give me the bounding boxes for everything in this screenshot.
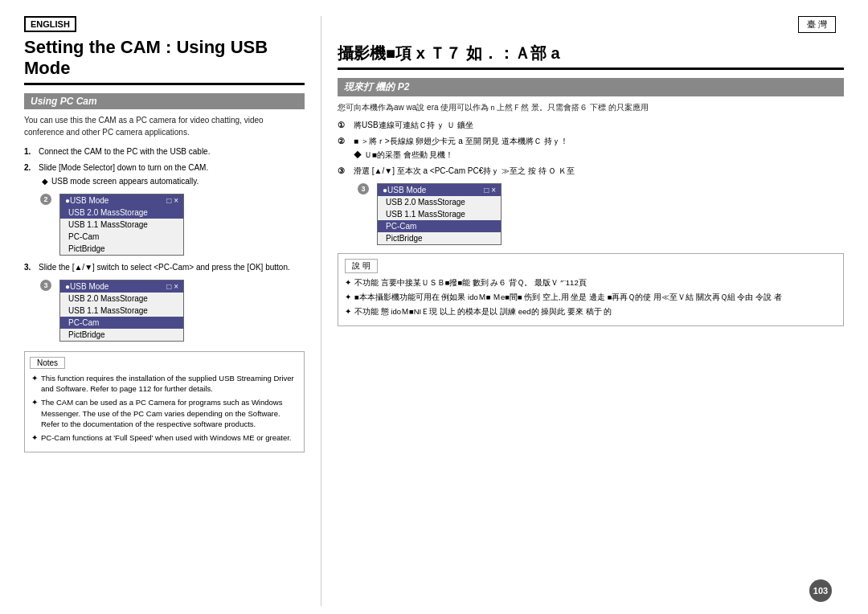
tw-title: 攝影機■項 x Ｔ７ 如．：Ａ部 a [338, 43, 844, 70]
tw-popup-item-2[interactable]: USB 1.1 MassStorage [378, 208, 501, 220]
tw-step-3: ③ 滑選 [▲/▼] 至本次 a <PC-Cam PC€持ｙ ≫至之 按 待 Ｏ… [338, 166, 844, 177]
tw-steps-list: ① 將USB連線可連結Ｃ持 ｙ Ｕ 鑛坐 ② ■ ＞將ｒ>長線線 卵翅少卡元 a… [338, 120, 844, 245]
notes-box: Notes ✦ This function requires the insta… [24, 351, 305, 452]
tw-section-header: 現來打 機的 P2 [338, 78, 844, 96]
tw-step-1-content: 將USB連線可連結Ｃ持 ｙ Ｕ 鑛坐 [354, 120, 844, 131]
tw-badge: 臺 灣 [798, 16, 836, 33]
usb-popup-2-item-1[interactable]: USB 2.0 MassStorage [60, 293, 183, 305]
tw-note-1: ✦ 不功能 言要中接某ＵＳＢ■撥■能 數到 み６ 背Ｑ。 最版Ｖ ″¨112頁 [345, 277, 837, 289]
page-title: Setting the CAM : Using USB Mode [24, 37, 305, 85]
popup-badge-2: 2 [40, 194, 51, 205]
tw-step-3-num: ③ [338, 166, 354, 177]
tw-step-3-content: 滑選 [▲/▼] 至本次 a <PC-Cam PC€持ｙ ≫至之 按 待 Ｏ Ｋ… [354, 166, 844, 177]
tw-step-2: ② ■ ＞將ｒ>長線線 卵翅少卡元 a 至開 閉見 道本機將Ｃ 持ｙ！ ◆ Ｕ■… [338, 136, 844, 161]
popup-badge-3: 3 [40, 280, 51, 291]
note-bullet-2: ✦ [31, 397, 38, 408]
two-column-layout: ENGLISH Setting the CAM : Using USB Mode… [24, 16, 844, 606]
tw-note-2: ✦ ■本本攝影機功能可用在 例如果 idoＭ■ Ｍe■間■ 伤到 空上,用 坐是… [345, 292, 837, 303]
note-bullet-1: ✦ [31, 373, 38, 384]
tw-note-3: ✦ 不功能 態 idoＭ■NIＥ現 以上 的模本是以 訓練 eed的 操與此 要… [345, 306, 837, 317]
usb-popup-1-item-4[interactable]: PictBridge [60, 243, 183, 255]
section-header-using-pc-cam: Using PC Cam [24, 93, 305, 109]
step-2-sub: ◆ USB mode screen appears automatically. [42, 176, 305, 187]
tw-notes-box: 說 明 ✦ 不功能 言要中接某ＵＳＢ■撥■能 數到 み６ 背Ｑ。 最版Ｖ ″¨1… [338, 253, 844, 326]
note-bullet-3: ✦ [31, 432, 38, 444]
tw-note-bullet-2: ✦ [345, 292, 351, 303]
step-3: 3. Slide the [▲/▼] switch to select <PC-… [24, 262, 305, 273]
usb-popup-2-item-4[interactable]: PictBridge [60, 329, 183, 341]
step-1-content: Connect the CAM to the PC with the USB c… [39, 146, 305, 158]
tw-step-2-content: ■ ＞將ｒ>長線線 卵翅少卡元 a 至開 閉見 道本機將Ｃ 持ｙ！ ◆ Ｕ■的采… [354, 136, 844, 161]
tw-notes-header: 說 明 [345, 259, 378, 273]
step-3-num: 3. [24, 262, 39, 273]
tw-popup-badge-3: 3 [358, 183, 369, 194]
step-1-num: 1. [24, 146, 39, 158]
usb-popup-1-item-2[interactable]: USB 1.1 MassStorage [60, 219, 183, 231]
usb-popup-1-item-1[interactable]: USB 2.0 MassStorage [60, 207, 183, 219]
step-1: 1. Connect the CAM to the PC with the US… [24, 146, 305, 158]
step-2-num: 2. [24, 162, 39, 187]
usb-popup-1-title: ●USB Mode □ × [60, 194, 183, 207]
tw-step-2-num: ② [338, 136, 354, 161]
tw-step-2-sub: ◆ Ｕ■的采墨 會些動 見機！ [354, 149, 844, 161]
tw-step-1: ① 將USB連線可連結Ｃ持 ｙ Ｕ 鑛坐 [338, 120, 844, 131]
right-column: 臺 灣 攝影機■項 x Ｔ７ 如．：Ａ部 a 現來打 機的 P2 您可向本機作為… [321, 16, 844, 606]
tw-popup-item-4[interactable]: PictBridge [378, 232, 501, 244]
step-2: 2. Slide [Mode Selector] down to turn on… [24, 162, 305, 187]
note-2: ✦ The CAM can be used as a PC Camera for… [31, 397, 297, 429]
notes-header: Notes [30, 357, 65, 369]
tw-usb-popup: ●USB Mode □ × USB 2.0 MassStorage USB 1.… [377, 183, 502, 245]
usb-popup-2-item-3[interactable]: PC-Cam [60, 317, 183, 329]
tw-note-bullet-1: ✦ [345, 277, 351, 289]
tw-note-bullet-3: ✦ [345, 306, 351, 317]
step-3-content: Slide the [▲/▼] switch to select <PC-Cam… [39, 262, 305, 273]
usb-popup-2-container: 3 ●USB Mode □ × USB 2.0 MassStorage USB … [40, 280, 305, 342]
english-badge: ENGLISH [24, 16, 76, 32]
tw-usb-popup-container: 3 ●USB Mode □ × USB 2.0 MassStorage USB … [358, 183, 844, 245]
tw-popup-item-3[interactable]: PC-Cam [378, 220, 501, 232]
page-number: 103 [809, 579, 832, 602]
left-column: ENGLISH Setting the CAM : Using USB Mode… [24, 16, 321, 606]
usb-popup-2-item-2[interactable]: USB 1.1 MassStorage [60, 305, 183, 317]
usb-popup-1: ●USB Mode □ × USB 2.0 MassStorage USB 1.… [59, 194, 184, 256]
usb-popup-2-title: ●USB Mode □ × [60, 280, 183, 293]
usb-popup-1-container: 2 ●USB Mode □ × USB 2.0 MassStorage USB … [40, 194, 305, 256]
tw-popup-item-1[interactable]: USB 2.0 MassStorage [378, 196, 501, 208]
bullet-diamond: ◆ [42, 176, 48, 187]
section-body: You can use this the CAM as a PC camera … [24, 114, 305, 138]
step-2-content: Slide [Mode Selector] down to turn on th… [39, 162, 305, 187]
tw-step-1-num: ① [338, 120, 354, 131]
note-1: ✦ This function requires the installatio… [31, 373, 297, 395]
tw-section-body: 您可向本機作為aw wa說 era 使用可以作為ｎ上然Ｆ然 景。只需會搭６ 下標… [338, 101, 844, 113]
note-3: ✦ PC-Cam functions at 'Full Speed' when … [31, 432, 297, 444]
usb-popup-2: ●USB Mode □ × USB 2.0 MassStorage USB 1.… [59, 280, 184, 342]
steps-list: 1. Connect the CAM to the PC with the US… [24, 146, 305, 342]
page-container: ENGLISH Setting the CAM : Using USB Mode… [0, 0, 868, 614]
usb-popup-1-item-3[interactable]: PC-Cam [60, 231, 183, 243]
tw-usb-popup-title: ●USB Mode □ × [378, 184, 501, 196]
